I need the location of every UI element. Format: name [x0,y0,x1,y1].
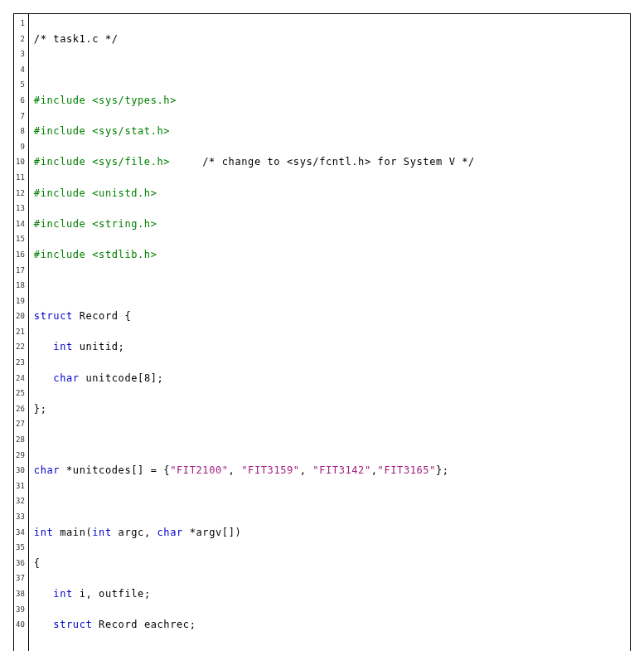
line-number: 29 [16,448,25,464]
line-number: 5 [16,77,25,93]
code-line: char unitcode[8]; [34,371,625,386]
code-line [34,493,625,509]
code-line: int i, outfile; [34,586,625,602]
code-line: char *unitcodes[] = {"FIT2100", "FIT3159… [34,463,625,479]
line-number: 9 [16,139,25,155]
line-number: 3 [16,46,25,62]
code-line: struct Record { [34,308,625,324]
code-line [34,648,625,651]
line-number: 27 [16,416,25,432]
line-number: 13 [16,201,25,216]
line-number: 26 [16,401,25,417]
line-number: 32 [16,493,25,509]
line-number: 8 [16,124,25,139]
line-number: 10 [16,154,25,170]
code-line: /* task1.c */ [34,32,625,47]
line-number: 38 [16,586,25,602]
line-number: 2 [16,32,25,47]
line-number: 37 [16,571,25,586]
code-body: /* task1.c */ #include <sys/types.h> #in… [29,14,630,651]
line-number-gutter: 1234567891011121314151617181920212223242… [14,14,29,651]
line-number: 36 [16,556,25,571]
line-number: 24 [16,371,25,386]
line-number: 39 [16,602,25,618]
code-listing: 1234567891011121314151617181920212223242… [13,13,631,651]
code-line: #include <sys/stat.h> [34,124,625,139]
line-number: 12 [16,186,25,202]
code-line [34,432,625,448]
line-number: 7 [16,109,25,124]
line-number: 1 [16,16,25,32]
code-line: #include <stdlib.h> [34,247,625,263]
code-line: }; [34,401,625,417]
line-number: 15 [16,231,25,247]
line-number: 18 [16,278,25,294]
line-number: 4 [16,62,25,78]
line-number: 11 [16,170,25,186]
line-number: 17 [16,263,25,279]
line-number: 22 [16,339,25,355]
line-number: 25 [16,386,25,401]
line-number: 31 [16,479,25,494]
code-line: #include <sys/types.h> [34,93,625,109]
line-number: 23 [16,355,25,371]
code-line: int unitid; [34,339,625,355]
code-line: struct Record eachrec; [34,617,625,633]
code-line: #include <sys/file.h> /* change to <sys/… [34,154,625,170]
line-number: 30 [16,463,25,479]
code-line: { [34,556,625,571]
code-line: #include <unistd.h> [34,186,625,202]
line-number: 28 [16,432,25,448]
code-line [34,62,625,78]
line-number: 34 [16,525,25,541]
line-number: 14 [16,216,25,232]
line-number: 6 [16,93,25,109]
code-line: #include <string.h> [34,216,625,232]
line-number: 35 [16,540,25,556]
code-line [34,278,625,294]
line-number: 21 [16,324,25,340]
code-line: int main(int argc, char *argv[]) [34,525,625,541]
line-number: 19 [16,294,25,309]
line-number: 16 [16,247,25,263]
line-number: 20 [16,308,25,324]
line-number: 33 [16,509,25,525]
line-number: 40 [16,617,25,633]
